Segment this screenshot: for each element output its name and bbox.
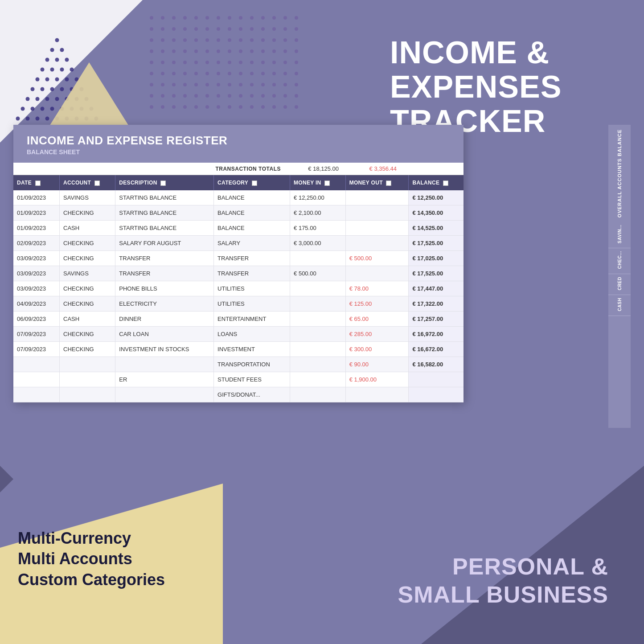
table-row: 01/09/2023SAVINGSSTARTING BALANCEBALANCE… [13, 190, 464, 205]
svg-point-7 [228, 16, 231, 20]
sidebar-cash[interactable]: CASH [608, 295, 631, 316]
svg-point-98 [150, 94, 153, 98]
balance-filter-icon[interactable]: ▼ [443, 180, 448, 186]
svg-point-46 [194, 49, 198, 53]
total-money-out: € 3,356.44 [348, 165, 406, 172]
svg-point-70 [150, 72, 153, 75]
svg-point-89 [205, 83, 209, 86]
svg-point-47 [205, 49, 209, 53]
main-title: INCOME & EXPENSES TRACKER [390, 36, 595, 139]
svg-point-115 [183, 105, 187, 109]
svg-point-69 [295, 61, 298, 64]
svg-point-73 [183, 72, 187, 75]
svg-point-105 [228, 94, 231, 98]
tagline-line2: SMALL BUSINESS [398, 581, 608, 608]
svg-point-20 [217, 27, 220, 31]
svg-point-101 [183, 94, 187, 98]
sheet-subtitle: BALANCE SHEET [27, 148, 450, 156]
svg-point-141 [31, 87, 35, 91]
svg-point-80 [261, 72, 265, 75]
svg-point-142 [41, 87, 45, 91]
spreadsheet: INCOME AND EXPENSE REGISTER BALANCE SHEE… [13, 125, 464, 402]
sidebar-credit-label: CRED [617, 277, 622, 290]
accounts-sidebar: OVERALL ACCOUNTS BALANCE SAVIN... CHEC..… [608, 125, 631, 428]
svg-point-59 [183, 61, 187, 64]
svg-point-85 [161, 83, 164, 86]
table-row: TRANSPORTATION€ 90.00€ 16,582.00 [13, 357, 464, 372]
svg-point-96 [283, 83, 287, 86]
description-filter-icon[interactable]: ▼ [160, 180, 166, 186]
svg-point-19 [205, 27, 209, 31]
money-out-filter-icon[interactable]: ▼ [386, 180, 391, 186]
svg-point-67 [272, 61, 276, 64]
account-filter-icon[interactable]: ▼ [94, 180, 100, 186]
sidebar-cash-label: CASH [617, 298, 622, 311]
bottom-right-text: PERSONAL & SMALL BUSINESS [398, 553, 608, 608]
total-money-in: € 18,125.00 [290, 165, 348, 172]
svg-point-126 [55, 38, 59, 42]
table-row: 07/09/2023CHECKINGCAR LOANLOANS€ 285.00€… [13, 327, 464, 342]
svg-point-131 [65, 58, 69, 62]
svg-point-102 [194, 94, 198, 98]
svg-point-83 [295, 72, 298, 75]
table-row: 03/09/2023CHECKINGTRANSFERTRANSFER€ 500.… [13, 251, 464, 266]
svg-point-76 [217, 72, 220, 75]
col-description[interactable]: DESCRIPTION ▼ [115, 175, 214, 190]
feature-line1: Multi-Currency [18, 528, 165, 549]
svg-point-50 [239, 49, 242, 53]
svg-point-95 [272, 83, 276, 86]
svg-point-81 [272, 72, 276, 75]
svg-point-123 [272, 105, 276, 109]
col-money-in[interactable]: MONEY IN ▼ [290, 175, 346, 190]
svg-point-51 [250, 49, 254, 53]
col-category[interactable]: CATEGORY ▼ [214, 175, 290, 190]
svg-point-88 [194, 83, 198, 86]
svg-point-84 [150, 83, 153, 86]
category-filter-icon[interactable]: ▼ [252, 180, 257, 186]
sidebar-checking[interactable]: CHEC... [608, 248, 631, 274]
col-date[interactable]: DATE ▼ [13, 175, 60, 190]
svg-point-119 [228, 105, 231, 109]
svg-point-34 [217, 38, 220, 42]
sidebar-savings-label: SAVIN... [617, 225, 622, 243]
svg-point-52 [261, 49, 265, 53]
svg-point-24 [261, 27, 265, 31]
svg-point-78 [239, 72, 242, 75]
svg-point-36 [239, 38, 242, 42]
sidebar-checking-label: CHEC... [617, 251, 622, 269]
data-table: DATE ▼ ACCOUNT ▼ DESCRIPTION ▼ CATEGORY … [13, 175, 464, 402]
money-in-filter-icon[interactable]: ▼ [324, 180, 330, 186]
svg-point-45 [183, 49, 187, 53]
table-row: 07/09/2023CHECKINGINVESTMENT IN STOCKSIN… [13, 342, 464, 357]
svg-point-77 [228, 72, 231, 75]
svg-point-22 [239, 27, 242, 31]
svg-point-14 [150, 27, 153, 31]
date-filter-icon[interactable]: ▼ [35, 180, 41, 186]
svg-point-27 [295, 27, 298, 31]
dot-pattern-top [147, 13, 303, 116]
col-balance[interactable]: BALANCE ▼ [409, 175, 464, 190]
svg-point-15 [161, 27, 164, 31]
sidebar-credit[interactable]: CRED [608, 274, 631, 295]
col-money-out[interactable]: MONEY OUT ▼ [345, 175, 409, 190]
svg-point-99 [161, 94, 164, 98]
svg-point-64 [239, 61, 242, 64]
svg-point-12 [283, 16, 287, 20]
svg-point-56 [150, 61, 153, 64]
table-row: 02/09/2023CHECKINGSALARY FOR AUGUSTSALAR… [13, 236, 464, 251]
col-account[interactable]: ACCOUNT ▼ [60, 175, 115, 190]
svg-point-37 [250, 38, 254, 42]
svg-point-23 [250, 27, 254, 31]
svg-point-40 [283, 38, 287, 42]
tagline-line1: PERSONAL & [398, 553, 608, 580]
svg-point-11 [272, 16, 276, 20]
sidebar-savings[interactable]: SAVIN... [608, 222, 631, 248]
svg-point-120 [239, 105, 242, 109]
sheet-header: INCOME AND EXPENSE REGISTER BALANCE SHEE… [13, 125, 464, 163]
svg-point-32 [194, 38, 198, 42]
svg-point-62 [217, 61, 220, 64]
svg-point-58 [172, 61, 176, 64]
svg-point-132 [41, 68, 45, 72]
svg-point-31 [183, 38, 187, 42]
svg-point-97 [295, 83, 298, 86]
